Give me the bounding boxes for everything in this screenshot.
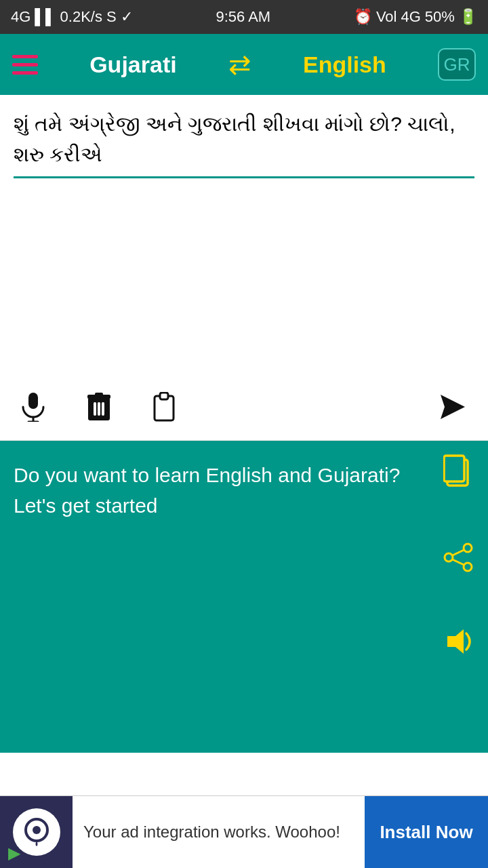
status-right: ⏰ Vol 4G 50% 🔋 xyxy=(354,8,477,26)
share-button[interactable] xyxy=(443,542,473,579)
translation-area: Do you want to learn English and Gujarat… xyxy=(0,441,488,753)
status-battery: 50% 🔋 xyxy=(425,8,477,26)
target-language-label[interactable]: English xyxy=(303,52,386,78)
svg-line-17 xyxy=(453,550,464,555)
app-header: Gujarati ⇄ English GR xyxy=(0,34,488,95)
status-vol: Vol xyxy=(376,8,397,26)
install-now-button[interactable]: Install Now xyxy=(365,796,488,869)
translate-icon-button[interactable]: GR xyxy=(438,48,476,81)
status-bar: 4G ▌▌ 0.2K/s S ✓ 9:56 AM ⏰ Vol 4G 50% 🔋 xyxy=(0,0,488,34)
svg-rect-0 xyxy=(28,393,38,409)
svg-marker-11 xyxy=(441,395,465,419)
svg-rect-7 xyxy=(98,402,100,416)
ad-play-icon: ▶ xyxy=(8,844,20,863)
svg-point-16 xyxy=(445,553,453,561)
input-area[interactable]: શું તમે અંગ્રેજી અને ગુજરાતી શીખવા માંગો… xyxy=(0,95,488,380)
svg-marker-19 xyxy=(447,629,464,654)
ad-logo: ▶ xyxy=(0,796,73,869)
delete-button[interactable] xyxy=(87,392,111,428)
swap-language-button[interactable]: ⇄ xyxy=(228,49,251,80)
status-speed: 0.2K/s xyxy=(60,8,102,26)
clipboard-button[interactable] xyxy=(152,392,176,428)
ad-banner: ▶ Your ad integration works. Woohoo! Ins… xyxy=(0,795,488,868)
menu-line-2 xyxy=(12,63,38,66)
menu-line-3 xyxy=(12,71,38,75)
copy-button[interactable] xyxy=(443,454,473,495)
svg-rect-6 xyxy=(94,402,96,416)
status-signal: ▌▌ xyxy=(35,8,56,26)
input-text[interactable]: શું તમે અંગ્રેજી અને ગુજરાતી શીખવા માંગો… xyxy=(14,108,474,170)
microphone-button[interactable] xyxy=(20,392,46,428)
svg-point-15 xyxy=(464,563,472,571)
status-lte: 4G xyxy=(401,8,420,26)
status-sync: S ✓ xyxy=(106,8,133,26)
svg-rect-13 xyxy=(444,456,464,481)
send-button[interactable] xyxy=(438,392,468,428)
svg-rect-10 xyxy=(160,393,168,399)
status-left: 4G ▌▌ 0.2K/s S ✓ xyxy=(11,8,133,26)
translated-text: Do you want to learn English and Gujarat… xyxy=(14,460,407,521)
status-alarm: ⏰ xyxy=(354,8,372,26)
svg-point-14 xyxy=(464,544,472,552)
svg-line-18 xyxy=(453,559,464,565)
translation-actions xyxy=(442,454,474,663)
status-network: 4G xyxy=(11,8,30,26)
status-time: 9:56 AM xyxy=(216,8,270,26)
ad-text: Your ad integration works. Woohoo! xyxy=(73,823,365,842)
input-divider xyxy=(14,176,474,178)
speak-button[interactable] xyxy=(442,627,474,663)
menu-line-1 xyxy=(12,55,38,58)
source-language-label: Gujarati xyxy=(89,52,176,78)
svg-rect-5 xyxy=(95,393,103,396)
menu-button[interactable] xyxy=(12,55,38,75)
svg-rect-8 xyxy=(102,402,104,416)
svg-point-21 xyxy=(33,826,41,834)
translate-icon-label: GR xyxy=(443,54,470,75)
input-toolbar xyxy=(0,380,488,441)
